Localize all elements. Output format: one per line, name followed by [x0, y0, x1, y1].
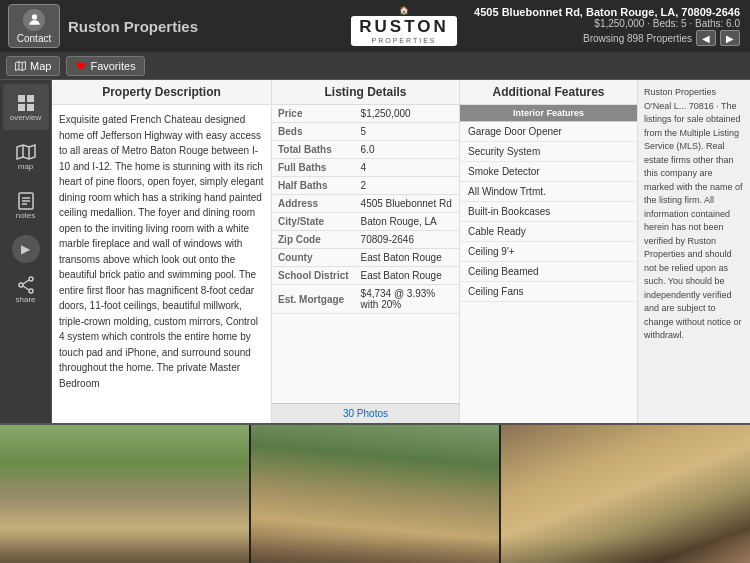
- map-icon: [15, 60, 26, 71]
- next-button[interactable]: ▶: [720, 30, 740, 46]
- feature-item: Ceiling 9'+: [460, 242, 637, 262]
- listing-row: County East Baton Rouge: [272, 249, 459, 267]
- listing-table-container: Price $1,250,000 Beds 5 Total Baths 6.0 …: [272, 105, 459, 403]
- feature-item: Garage Door Opener: [460, 122, 637, 142]
- listing-label: Est. Mortgage: [272, 285, 355, 314]
- header-details: $1,250,000 · Beds: 5 · Baths: 6.0: [465, 18, 740, 29]
- map-sidebar-icon: [16, 142, 36, 162]
- main-area: overview map notes ▶ share Property Desc…: [0, 80, 750, 423]
- feature-item: Cable Ready: [460, 222, 637, 242]
- listing-label: Beds: [272, 123, 355, 141]
- listing-value: East Baton Rouge: [355, 267, 459, 285]
- sidebar: overview map notes ▶ share: [0, 80, 52, 423]
- svg-rect-6: [27, 104, 34, 111]
- right-info-panel: Ruston Properties O'Neal L... 70816 · Th…: [638, 80, 750, 423]
- listing-value: 6.0: [355, 141, 459, 159]
- svg-point-13: [29, 277, 33, 281]
- listing-table: Price $1,250,000 Beds 5 Total Baths 6.0 …: [272, 105, 459, 314]
- map-button[interactable]: Map: [6, 56, 60, 76]
- listing-value: 5: [355, 123, 459, 141]
- svg-line-17: [23, 286, 29, 290]
- photo-item-2[interactable]: MLS: [251, 425, 502, 563]
- listing-row: Address 4505 Bluebonnet Rd: [272, 195, 459, 213]
- feature-item: Smoke Detector: [460, 162, 637, 182]
- person-icon: [28, 13, 41, 26]
- subnav: Map Favorites: [0, 52, 750, 80]
- listing-label: City/State: [272, 213, 355, 231]
- overview-icon: [16, 93, 36, 113]
- browsing-row: Browsing 898 Properties ◀ ▶: [465, 30, 740, 46]
- browsing-label: Browsing 898 Properties: [583, 33, 692, 44]
- listing-row: Price $1,250,000: [272, 105, 459, 123]
- logo-title: RUSTON: [359, 18, 448, 37]
- sidebar-arrow-button[interactable]: ▶: [12, 235, 40, 263]
- listing-details-title: Listing Details: [324, 85, 406, 99]
- svg-point-14: [19, 283, 23, 287]
- listing-row: Beds 5: [272, 123, 459, 141]
- company-name: Ruston Properties: [68, 18, 343, 35]
- favorites-button[interactable]: Favorites: [66, 56, 144, 76]
- svg-rect-3: [18, 95, 25, 102]
- interior-features-tab[interactable]: Interior Features: [460, 105, 637, 121]
- listing-value: Baton Rouge, LA: [355, 213, 459, 231]
- contact-label: Contact: [17, 33, 51, 44]
- photo-strip: MLS MLS: [0, 423, 750, 563]
- photos-link[interactable]: 30 Photos: [272, 403, 459, 423]
- svg-point-0: [31, 14, 36, 19]
- listing-row: Total Baths 6.0: [272, 141, 459, 159]
- listing-label: Price: [272, 105, 355, 123]
- listing-value: 70809-2646: [355, 231, 459, 249]
- sidebar-item-share[interactable]: share: [3, 266, 49, 312]
- prev-button[interactable]: ◀: [696, 30, 716, 46]
- svg-point-15: [29, 289, 33, 293]
- listing-value: 4: [355, 159, 459, 177]
- map-label: Map: [30, 60, 51, 72]
- photo-item-1[interactable]: MLS: [0, 425, 251, 563]
- right-panel-text: Ruston Properties O'Neal L... 70816 · Th…: [644, 86, 744, 343]
- sidebar-item-overview[interactable]: overview: [3, 84, 49, 130]
- header-address: 4505 Bluebonnet Rd, Baton Rouge, LA, 708…: [465, 6, 740, 18]
- listing-label: Full Baths: [272, 159, 355, 177]
- feature-item: Security System: [460, 142, 637, 162]
- share-icon: [16, 275, 36, 295]
- notes-label: notes: [16, 211, 36, 220]
- header-right: 4505 Bluebonnet Rd, Baton Rouge, LA, 708…: [465, 6, 742, 46]
- feature-item: Ceiling Fans: [460, 282, 637, 302]
- additional-features-title: Additional Features: [492, 85, 604, 99]
- property-description-panel: Property Description Exquisite gated Fre…: [52, 80, 272, 423]
- listing-label: Total Baths: [272, 141, 355, 159]
- features-list: Garage Door OpenerSecurity SystemSmoke D…: [460, 122, 637, 423]
- listing-row: School District East Baton Rouge: [272, 267, 459, 285]
- listing-row: Half Baths 2: [272, 177, 459, 195]
- additional-features-header: Additional Features: [460, 80, 637, 105]
- sidebar-item-map[interactable]: map: [3, 133, 49, 179]
- listing-value: $4,734 @ 3.93% with 20%: [355, 285, 459, 314]
- sidebar-item-notes[interactable]: notes: [3, 182, 49, 228]
- svg-rect-4: [27, 95, 34, 102]
- svg-rect-5: [18, 104, 25, 111]
- listing-row: City/State Baton Rouge, LA: [272, 213, 459, 231]
- listing-value: 4505 Bluebonnet Rd: [355, 195, 459, 213]
- logo-area: 🏠 RUSTON PROPERTIES: [351, 6, 456, 46]
- feature-item: All Window Trtmt.: [460, 182, 637, 202]
- svg-line-16: [23, 280, 29, 284]
- property-description-text: Exquisite gated French Chateau designed …: [52, 105, 271, 398]
- listing-value: 2: [355, 177, 459, 195]
- contact-icon: [23, 9, 45, 31]
- listing-label: School District: [272, 267, 355, 285]
- listing-value: $1,250,000: [355, 105, 459, 123]
- listing-value: East Baton Rouge: [355, 249, 459, 267]
- contact-button[interactable]: Contact: [8, 4, 60, 48]
- favorites-label: Favorites: [90, 60, 135, 72]
- interior-tab-label: Interior Features: [513, 108, 584, 118]
- listing-details-panel: Listing Details Price $1,250,000 Beds 5 …: [272, 80, 460, 423]
- listing-label: Half Baths: [272, 177, 355, 195]
- heart-icon: [75, 60, 86, 71]
- additional-features-panel: Additional Features Interior Features Ga…: [460, 80, 638, 423]
- feature-item: Built-in Bookcases: [460, 202, 637, 222]
- listing-label: Address: [272, 195, 355, 213]
- share-label: share: [15, 295, 35, 304]
- photo-item-3[interactable]: [501, 425, 750, 563]
- listing-label: County: [272, 249, 355, 267]
- property-description-title: Property Description: [102, 85, 221, 99]
